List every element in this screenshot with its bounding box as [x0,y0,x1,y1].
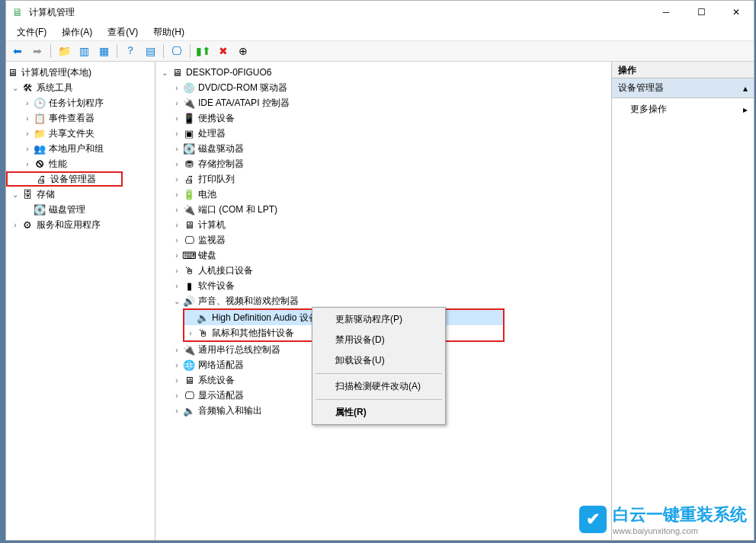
properties-button[interactable]: ▦ [95,43,112,59]
chevron-right-icon[interactable]: › [171,389,183,401]
monitor-button[interactable]: 🖵 [168,43,185,59]
chevron-down-icon[interactable]: ⌄ [9,188,21,200]
chevron-right-icon[interactable]: › [171,97,183,109]
tree-label: IDE ATA/ATAPI 控制器 [198,97,290,110]
chevron-right-icon[interactable]: › [21,127,34,139]
tools-icon: 🛠 [21,81,34,94]
device-cat-printqueue[interactable]: ›🖨打印队列 [155,171,611,187]
chevron-right-icon[interactable]: › [171,81,183,94]
device-cat-cpu[interactable]: ›▣处理器 [155,126,611,141]
tree-item-event-viewer[interactable]: › 📋 事件查看器 [6,110,155,126]
chevron-right-icon[interactable]: › [171,203,183,216]
scan-button[interactable]: ⊕ [235,43,251,59]
chevron-right-icon[interactable]: › [171,127,183,139]
show-hide-tree-button[interactable]: ▥ [75,43,92,59]
ctx-separator [316,373,442,374]
chevron-right-icon[interactable]: › [171,234,183,246]
collapse-icon[interactable]: ▴ [743,83,748,94]
forward-button[interactable]: ➡ [29,43,46,59]
actions-more[interactable]: 更多操作 ▸ [612,98,754,120]
toolbar-separator [163,44,164,58]
menu-help[interactable]: 帮助(H) [147,24,191,40]
watermark-icon: ✔ [579,506,607,533]
watermark-url: www.baiyunxitong.com [613,526,747,535]
chevron-right-icon[interactable]: › [171,343,183,356]
device-cat-dvd[interactable]: ›💿DVD/CD-ROM 驱动器 [155,80,611,95]
tree-label: 本地用户和组 [49,142,104,155]
chevron-right-icon[interactable]: › [171,173,183,185]
toolbar-separator [50,44,51,58]
device-cat-computer[interactable]: ›🖥计算机 [155,217,611,232]
chevron-right-icon[interactable]: › [171,279,183,292]
ctx-scan[interactable]: 扫描检测硬件改动(A) [314,376,444,397]
body: 🖥 计算机管理(本地) ⌄ 🛠 系统工具 › 🕒 任务计划程序 › 📋 事件查看… [6,62,754,540]
tree-item-local-users[interactable]: › 👥 本地用户和组 [6,141,155,156]
tree-label: 音频输入和输出 [198,404,262,417]
chevron-down-icon[interactable]: ⌄ [9,81,21,94]
system-icon: 🖥 [183,374,195,386]
device-root[interactable]: ⌄ 🖥 DESKTOP-0FIGUO6 [155,65,611,80]
device-cat-keyboard[interactable]: ›⌨键盘 [155,248,611,263]
tree-item-services[interactable]: › ⚙ 服务和应用程序 [6,217,155,232]
chevron-right-icon[interactable]: › [171,142,183,155]
chevron-right-icon[interactable]: › [21,112,34,124]
disable-button[interactable]: ✖ [215,43,232,59]
menu-file[interactable]: 文件(F) [11,24,53,40]
chevron-right-icon[interactable]: › [171,374,183,386]
chevron-right-icon[interactable]: › [21,158,34,170]
device-cat-ide[interactable]: ›🔌IDE ATA/ATAPI 控制器 [155,95,611,110]
device-cat-ports[interactable]: ›🔌端口 (COM 和 LPT) [155,202,611,217]
device-cat-diskdrive[interactable]: ›💽磁盘驱动器 [155,141,611,156]
help-button[interactable]: ？ [122,43,139,59]
device-cat-hid[interactable]: ›🖱人机接口设备 [155,263,611,278]
tree-label: 服务和应用程序 [37,219,101,232]
chevron-right-icon[interactable]: › [171,404,183,417]
chevron-right-icon[interactable]: › [171,359,183,371]
device-cat-monitor[interactable]: ›🖵监视器 [155,232,611,248]
maximize-button[interactable]: ☐ [684,1,719,24]
chevron-right-icon[interactable]: › [171,158,183,170]
chevron-right-icon[interactable]: › [21,142,34,155]
chevron-down-icon[interactable]: ⌄ [171,295,183,307]
chevron-right-icon[interactable]: › [21,97,34,109]
tree-item-disk-mgmt[interactable]: 💽 磁盘管理 [6,202,155,217]
chevron-right-icon[interactable]: › [171,264,183,276]
device-cat-software[interactable]: ›▮软件设备 [155,278,611,293]
device-cat-battery[interactable]: ›🔋电池 [155,187,611,202]
chevron-right-icon[interactable]: › [184,327,197,339]
tree-label: 磁盘驱动器 [198,142,244,155]
chevron-right-icon[interactable]: › [171,188,183,200]
chevron-down-icon[interactable]: ⌄ [159,66,171,78]
chevron-right-icon[interactable]: › [171,219,183,231]
chevron-right-icon[interactable]: › [9,219,21,231]
ctx-disable[interactable]: 禁用设备(D) [314,330,444,350]
chevron-right-icon[interactable]: › [171,112,183,124]
menu-view[interactable]: 查看(V) [101,24,144,40]
tree-item-storage[interactable]: ⌄ 🗄 存储 [6,187,155,202]
tree-item-performance[interactable]: › 🛇 性能 [6,156,155,171]
device-cat-sound[interactable]: ⌄🔊声音、视频和游戏控制器 [155,293,611,308]
enable-button[interactable]: ▮⬆ [195,43,212,59]
audio-io-icon: 🔈 [183,404,195,417]
up-button[interactable]: 📁 [56,43,72,59]
actions-section[interactable]: 设备管理器 ▴ [612,78,754,98]
ctx-update-driver[interactable]: 更新驱动程序(P) [314,309,444,330]
tree-item-device-manager[interactable]: 🖨 设备管理器 [6,171,123,187]
tree-item-system-tools[interactable]: ⌄ 🛠 系统工具 [6,80,155,95]
back-button[interactable]: ⬅ [9,43,26,59]
tree-item-shared-folders[interactable]: › 📁 共享文件夹 [6,126,155,141]
tree-item-task-scheduler[interactable]: › 🕒 任务计划程序 [6,95,155,110]
ctx-uninstall[interactable]: 卸载设备(U) [314,350,444,371]
sound-icon: 🔊 [183,295,195,307]
menu-action[interactable]: 操作(A) [56,24,98,40]
close-button[interactable]: ✕ [719,1,754,24]
tree-root[interactable]: 🖥 计算机管理(本地) [6,65,155,80]
tree-label: 存储 [37,188,55,201]
device-cat-portable[interactable]: ›📱便携设备 [155,110,611,126]
view-button[interactable]: ▤ [142,43,159,59]
device-cat-storagectrl[interactable]: ›⛃存储控制器 [155,156,611,171]
chevron-right-icon: ▸ [743,104,748,115]
disk-icon: 💽 [34,203,46,216]
minimize-button[interactable]: ─ [649,1,684,24]
ctx-properties[interactable]: 属性(R) [314,402,444,423]
